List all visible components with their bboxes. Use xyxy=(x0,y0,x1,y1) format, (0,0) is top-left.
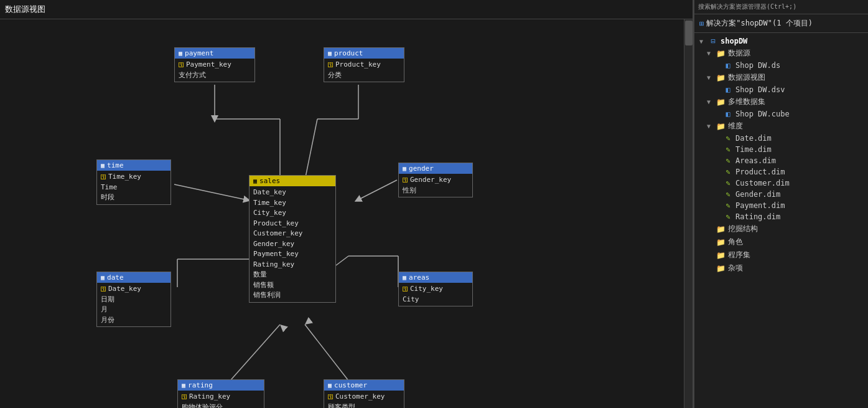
tree-item-datasource-view[interactable]: ▼ 📁 数据源视图 xyxy=(694,71,868,84)
field-row: 数量 xyxy=(253,270,332,280)
dim-file-icon: ✎ xyxy=(723,201,733,210)
field-row: 分类 xyxy=(328,70,400,81)
table-date-header: ▦ date xyxy=(97,272,170,283)
tree-item-shopDW-dsv[interactable]: ◧ Shop DW.dsv xyxy=(694,84,868,95)
tree-arrow: ▼ xyxy=(707,98,716,105)
table-icon: ▦ xyxy=(182,382,185,389)
field-row: Payment_key xyxy=(253,249,332,260)
table-customer[interactable]: ▦ customer ⚿Customer_key 顾客类型 xyxy=(324,379,404,408)
tree-item-misc[interactable]: 📁 杂项 xyxy=(694,262,868,275)
tree-arrow: ▼ xyxy=(699,38,708,45)
tree-arrow: ▼ xyxy=(707,123,716,130)
svg-line-7 xyxy=(358,180,397,200)
solution-title: ⊞ 解决方案"shopDW"(1 个项目) xyxy=(694,14,868,33)
tree-item-label: Gender.dim xyxy=(735,190,780,199)
table-rating[interactable]: ▦ rating ⚿Rating_key 购物体验评分 购物体验评级 xyxy=(177,379,264,408)
field-row: 购物体验评分 xyxy=(182,402,260,409)
folder-icon: 📁 xyxy=(716,122,726,131)
tree-arrow: ▼ xyxy=(707,74,716,81)
folder-icon: 📁 xyxy=(716,238,726,247)
tree-item-multidim[interactable]: ▼ 📁 多维数据集 xyxy=(694,95,868,108)
field-row: ⚿City_key xyxy=(403,284,469,295)
dim-file-icon: ✎ xyxy=(723,212,733,221)
tree-item-programs[interactable]: 📁 程序集 xyxy=(694,249,868,262)
tree-item-product-dim[interactable]: ✎ Product.dim xyxy=(694,166,868,178)
tree-item-label: Shop DW.cube xyxy=(735,110,790,118)
field-row: ⚿Gender_key xyxy=(403,175,469,186)
table-icon: ▦ xyxy=(253,178,257,184)
scrollbar-thumb[interactable] xyxy=(685,21,693,45)
project-icon: ⊟ xyxy=(708,37,718,45)
field-row: 支付方式 xyxy=(179,70,251,81)
tree-item-label: Shop DW.ds xyxy=(735,61,780,70)
tree-item-label: Shop DW.dsv xyxy=(735,85,785,94)
tree-item-shopDW-cube[interactable]: ◧ Shop DW.cube xyxy=(694,108,868,120)
table-sales[interactable]: ▦ sales Date_key Time_key City_key Produ… xyxy=(249,175,336,303)
table-product[interactable]: ▦ product ⚿Product_key 分类 xyxy=(324,47,404,82)
tree-item-shopDW-ds[interactable]: ◧ Shop DW.ds xyxy=(694,60,868,71)
tree-item-shopDW[interactable]: ▼ ⊟ shopDW xyxy=(694,36,868,47)
table-time-body: ⚿Time_key Time 时段 xyxy=(97,171,170,204)
field-row: ⚿Rating_key xyxy=(182,392,260,402)
table-date[interactable]: ▦ date ⚿Date_key 日期 月 月份 xyxy=(96,272,171,327)
field-row: 月份 xyxy=(101,315,167,326)
field-row: 日期 xyxy=(101,295,167,305)
tree-item-rating-dim[interactable]: ✎ Rating.dim xyxy=(694,211,868,222)
folder-icon: 📁 xyxy=(716,49,726,58)
tree-item-dimension[interactable]: ▼ 📁 维度 xyxy=(694,120,868,133)
tree-item-label: Time.dim xyxy=(735,145,772,154)
dsv-file-icon: ◧ xyxy=(723,85,733,94)
table-payment-body: ⚿Payment_key 支付方式 xyxy=(175,59,254,82)
table-payment[interactable]: ▦ payment ⚿Payment_key 支付方式 xyxy=(174,47,255,82)
vertical-scrollbar[interactable] xyxy=(684,19,693,408)
tree-item-label: Customer.dim xyxy=(735,179,790,187)
diagram-area[interactable]: ▦ payment ⚿Payment_key 支付方式 ▦ product ⚿P… xyxy=(0,19,693,408)
field-row: 销售利润 xyxy=(253,290,332,301)
table-icon: ▦ xyxy=(328,50,332,57)
tree-item-time-dim[interactable]: ✎ Time.dim xyxy=(694,144,868,155)
key-icon: ⚿ xyxy=(403,176,408,185)
field-row: Date_key xyxy=(253,187,332,198)
left-panel: 数据源视图 xyxy=(0,0,694,408)
table-gender[interactable]: ▦ gender ⚿Gender_key 性别 xyxy=(398,163,473,197)
field-row: Time xyxy=(101,183,167,193)
table-icon: ▦ xyxy=(179,50,182,57)
key-icon: ⚿ xyxy=(101,285,106,294)
key-icon: ⚿ xyxy=(182,393,187,402)
tree-item-payment-dim[interactable]: ✎ Payment.dim xyxy=(694,200,868,211)
tree-item-gender-dim[interactable]: ✎ Gender.dim xyxy=(694,189,868,200)
table-icon: ▦ xyxy=(403,274,406,281)
key-icon: ⚿ xyxy=(328,61,334,70)
field-row: 时段 xyxy=(101,192,167,203)
table-gender-body: ⚿Gender_key 性别 xyxy=(399,174,472,197)
tree-item-label: 多维数据集 xyxy=(728,97,765,107)
tree-item-datasource[interactable]: ▼ 📁 数据源 xyxy=(694,47,868,60)
table-icon: ▦ xyxy=(403,165,406,172)
tree-item-mining[interactable]: 📁 挖掘结构 xyxy=(694,222,868,235)
dim-file-icon: ✎ xyxy=(723,190,733,199)
field-row: Time_key xyxy=(253,198,332,209)
table-icon: ▦ xyxy=(101,274,105,281)
table-time-header: ▦ time xyxy=(97,160,170,171)
tree-item-role[interactable]: 📁 角色 xyxy=(694,235,868,249)
solution-search-toolbar[interactable]: 搜索解决方案资源管理器(Ctrl+;) xyxy=(694,0,868,14)
folder-icon: 📁 xyxy=(716,74,726,82)
field-row: City xyxy=(403,295,469,305)
table-time[interactable]: ▦ time ⚿Time_key Time 时段 xyxy=(96,159,171,205)
table-areas[interactable]: ▦ areas ⚿City_key City xyxy=(398,272,473,306)
table-areas-header: ▦ areas xyxy=(399,272,472,283)
tree-item-date-dim[interactable]: ✎ Date.dim xyxy=(694,133,868,144)
solution-tree: ▼ ⊟ shopDW ▼ 📁 数据源 ◧ Shop DW.ds ▼ 📁 数据源视… xyxy=(694,33,868,408)
field-row: 销售额 xyxy=(253,280,332,291)
tree-item-areas-dim[interactable]: ✎ Areas.dim xyxy=(694,155,868,166)
field-row: Customer_key xyxy=(253,229,332,239)
solution-title-text: 解决方案"shopDW"(1 个项目) xyxy=(706,18,813,29)
tree-item-label: shopDW xyxy=(721,37,747,45)
field-row: 月 xyxy=(101,305,167,315)
tree-item-label: 数据源 xyxy=(728,48,750,59)
key-icon: ⚿ xyxy=(101,173,106,182)
tree-item-customer-dim[interactable]: ✎ Customer.dim xyxy=(694,178,868,189)
folder-icon: 📁 xyxy=(716,98,726,107)
right-panel: 搜索解决方案资源管理器(Ctrl+;) ⊞ 解决方案"shopDW"(1 个项目… xyxy=(694,0,868,408)
dim-file-icon: ✎ xyxy=(723,134,733,143)
